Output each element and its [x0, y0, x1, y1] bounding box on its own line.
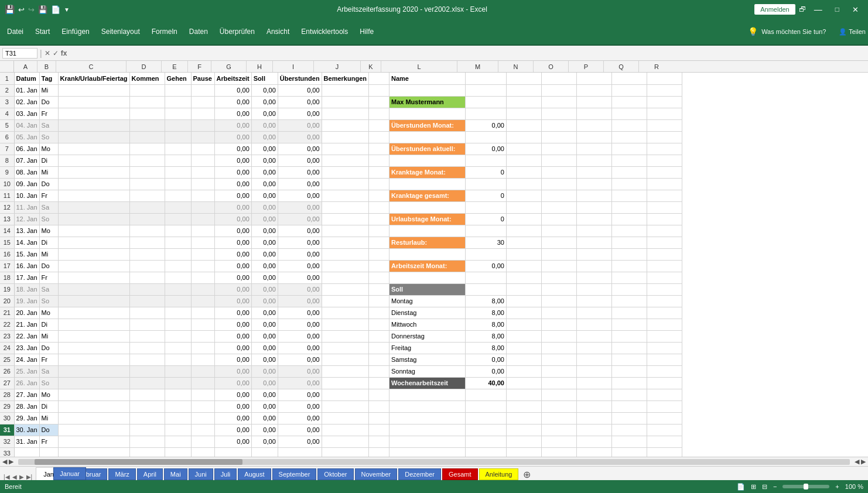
cell-r-11[interactable]: [647, 190, 682, 201]
cell-ue-17[interactable]: 0,00: [278, 260, 322, 272]
cell-p-23[interactable]: [576, 330, 611, 342]
cell-datum-24[interactable]: 23. Jan: [14, 342, 39, 354]
cell-gehen-10[interactable]: [165, 178, 191, 190]
cell-pause-33[interactable]: [191, 447, 214, 457]
col-h-f[interactable]: F: [188, 61, 211, 72]
menu-hilfe[interactable]: Hilfe: [355, 25, 378, 38]
cell-pause-29[interactable]: [191, 400, 214, 412]
cell-p-20[interactable]: [576, 295, 611, 307]
cell-o-22[interactable]: [541, 319, 576, 330]
menu-einfuegen[interactable]: Einfügen: [57, 25, 94, 38]
cell-tag-21[interactable]: Mo: [39, 307, 58, 319]
cell-kommen-11[interactable]: [129, 190, 165, 201]
cell-datum-25[interactable]: 24. Jan: [14, 354, 39, 365]
sheet-tab-november[interactable]: November: [355, 468, 398, 480]
cell-info-m-21[interactable]: 8,00: [465, 307, 506, 319]
cell-q-33[interactable]: [611, 447, 647, 457]
cell-soll-6[interactable]: 0,00: [251, 131, 278, 143]
cell-tag-17[interactable]: Do: [39, 260, 58, 272]
cell-o-6[interactable]: [541, 131, 576, 143]
cell-az-14[interactable]: 0,00: [214, 225, 251, 237]
cell-az-20[interactable]: 0,00: [214, 295, 251, 307]
cell-datum-2[interactable]: 01. Jan: [14, 84, 39, 96]
cell-n-14[interactable]: [506, 225, 541, 237]
cell-info-l-12[interactable]: [389, 201, 465, 213]
cell-info-m-6[interactable]: [465, 131, 506, 143]
cell-kommen-5[interactable]: [129, 119, 165, 131]
cell-p-18[interactable]: [576, 272, 611, 283]
cell-gehen-16[interactable]: [165, 248, 191, 260]
cell-k-8[interactable]: [368, 155, 389, 166]
cell-krank-29[interactable]: [58, 400, 129, 412]
cell-info-l-22[interactable]: Mittwoch: [389, 319, 465, 330]
cell-gehen-27[interactable]: [165, 377, 191, 389]
save2-icon[interactable]: 💾: [38, 5, 47, 14]
cell-soll-19[interactable]: 0,00: [251, 283, 278, 295]
cell-tag-22[interactable]: Di: [39, 319, 58, 330]
cell-k-26[interactable]: [368, 365, 389, 377]
cell-tag-19[interactable]: Sa: [39, 283, 58, 295]
cell-p-10[interactable]: [576, 178, 611, 190]
cell-o-28[interactable]: [541, 389, 576, 400]
cell-pause-26[interactable]: [191, 365, 214, 377]
cell-ue-9[interactable]: 0,00: [278, 166, 322, 178]
cell-kommen-32[interactable]: [129, 436, 165, 447]
cell-q-24[interactable]: [611, 342, 647, 354]
cell-pause-28[interactable]: [191, 389, 214, 400]
cell-soll-31[interactable]: 0,00: [251, 424, 278, 436]
cell-p-12[interactable]: [576, 201, 611, 213]
cell-gehen-19[interactable]: [165, 283, 191, 295]
cell-info-l-20[interactable]: Montag: [389, 295, 465, 307]
confirm-btn[interactable]: ✓: [53, 49, 59, 57]
cell-n-12[interactable]: [506, 201, 541, 213]
sheet-tab-juni[interactable]: Juni: [189, 468, 213, 480]
cell-r-4[interactable]: [647, 108, 682, 119]
tab-last-btn[interactable]: ▶|: [25, 474, 34, 480]
cell-tag-5[interactable]: Sa: [39, 119, 58, 131]
hscroll-page-left[interactable]: ◀: [855, 458, 859, 465]
cell-o-27[interactable]: [541, 377, 576, 389]
cell-k-9[interactable]: [368, 166, 389, 178]
anmelden-btn-2[interactable]: Anmelden: [754, 4, 795, 15]
cell-info-m-9[interactable]: 0: [465, 166, 506, 178]
cell-bem-10[interactable]: [322, 178, 368, 190]
cell-datum-4[interactable]: 03. Jan: [14, 108, 39, 119]
cell-bem-9[interactable]: [322, 166, 368, 178]
cell-info-l-32[interactable]: [389, 436, 465, 447]
cell-gehen-6[interactable]: [165, 131, 191, 143]
col-h-j[interactable]: J: [314, 61, 361, 72]
cell-gehen-9[interactable]: [165, 166, 191, 178]
cell-ue-13[interactable]: 0,00: [278, 213, 322, 225]
cell-o-16[interactable]: [541, 248, 576, 260]
cell-kommen-2[interactable]: [129, 84, 165, 96]
cell-info-l-25[interactable]: Samstag: [389, 354, 465, 365]
cell-krank-30[interactable]: [58, 412, 129, 424]
cell-soll-2[interactable]: 0,00: [251, 84, 278, 96]
cell-soll-3[interactable]: 0,00: [251, 96, 278, 108]
cell-ue-30[interactable]: 0,00: [278, 412, 322, 424]
cell-p-8[interactable]: [576, 155, 611, 166]
cell-p-14[interactable]: [576, 225, 611, 237]
menu-formeln[interactable]: Formeln: [147, 25, 182, 38]
cell-r-33[interactable]: [647, 447, 682, 457]
cell-datum-29[interactable]: 28. Jan: [14, 400, 39, 412]
cell-r-30[interactable]: [647, 412, 682, 424]
cell-q-18[interactable]: [611, 272, 647, 283]
add-sheet-btn[interactable]: ⊕: [520, 469, 534, 480]
cell-az-3[interactable]: 0,00: [214, 96, 251, 108]
cell-soll-24[interactable]: 0,00: [251, 342, 278, 354]
cell-soll-30[interactable]: 0,00: [251, 412, 278, 424]
cell-tag-24[interactable]: Do: [39, 342, 58, 354]
cell-ue-19[interactable]: 0,00: [278, 283, 322, 295]
cell-datum-5[interactable]: 04. Jan: [14, 119, 39, 131]
cell-p-29[interactable]: [576, 400, 611, 412]
cell-info-m-20[interactable]: 8,00: [465, 295, 506, 307]
cell-tag-30[interactable]: Mi: [39, 412, 58, 424]
cell-az-24[interactable]: 0,00: [214, 342, 251, 354]
cell-soll-10[interactable]: 0,00: [251, 178, 278, 190]
cell-datum-15[interactable]: 14. Jan: [14, 237, 39, 248]
col-h-o[interactable]: O: [534, 61, 569, 72]
cell-gehen-28[interactable]: [165, 389, 191, 400]
cell-az-19[interactable]: 0,00: [214, 283, 251, 295]
menu-daten[interactable]: Daten: [184, 25, 213, 38]
